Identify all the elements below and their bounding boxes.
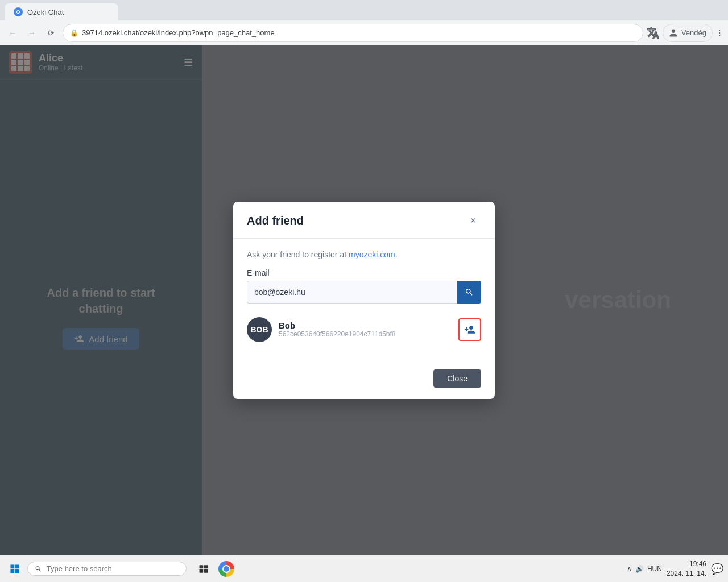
translate-button[interactable] xyxy=(647,24,659,42)
start-button[interactable] xyxy=(5,559,25,579)
result-name: Bob xyxy=(279,321,452,330)
taskbar-search[interactable] xyxy=(27,562,187,576)
modal-close-button[interactable]: × xyxy=(465,213,481,229)
menu-button[interactable]: ⋮ xyxy=(716,24,723,42)
taskbar-clock: 19:46 2024. 11. 14. xyxy=(667,559,706,579)
search-email-button[interactable] xyxy=(457,281,481,304)
email-label: E-mail xyxy=(247,268,481,277)
browser-tabs: O Ozeki Chat xyxy=(0,0,728,20)
email-input-row xyxy=(247,281,481,304)
svg-rect-0 xyxy=(11,564,15,568)
add-contact-button[interactable] xyxy=(458,318,481,341)
lock-icon: 🔒 xyxy=(70,29,78,37)
clock-time: 19:46 xyxy=(667,559,706,569)
forward-button[interactable]: → xyxy=(24,25,40,41)
myozeki-link[interactable]: myozeki.com xyxy=(349,250,395,259)
browser-tab[interactable]: O Ozeki Chat xyxy=(5,3,118,20)
taskbar-search-input[interactable] xyxy=(47,564,179,573)
tray-lang: HUN xyxy=(647,565,662,573)
tab-label: Ozeki Chat xyxy=(27,8,64,16)
profile-label: Vendég xyxy=(681,28,706,37)
modal-close-btn[interactable]: Close xyxy=(433,369,481,388)
modal-description: Ask your friend to register at myozeki.c… xyxy=(247,250,481,259)
browser-chrome: O Ozeki Chat ← → ⟳ 🔒 39714.ozeki.chat/oz… xyxy=(0,0,728,45)
result-avatar: BOB xyxy=(247,317,272,342)
taskbar: ∧ 🔊 HUN 19:46 2024. 11. 14. 💬 xyxy=(0,555,728,582)
task-view-button[interactable] xyxy=(193,559,214,579)
reload-button[interactable]: ⟳ xyxy=(43,25,59,41)
svg-rect-6 xyxy=(200,569,204,572)
tray-sound-icon[interactable]: 🔊 xyxy=(635,565,644,573)
email-input[interactable] xyxy=(247,281,457,304)
svg-rect-4 xyxy=(200,565,204,568)
chrome-taskbar-button[interactable] xyxy=(216,559,237,579)
result-id: 562ce053640f566220e1904c711d5bf8 xyxy=(279,330,452,338)
svg-rect-5 xyxy=(204,565,208,568)
main-content: Alice Online | Latest ☰ Add a friend to … xyxy=(0,45,728,555)
tray-up-icon[interactable]: ∧ xyxy=(627,565,632,573)
search-result-row: BOB Bob 562ce053640f566220e1904c711d5bf8 xyxy=(247,313,481,347)
browser-toolbar: ← → ⟳ 🔒 39714.ozeki.chat/ozeki/index.php… xyxy=(0,20,728,45)
modal-header: Add friend × xyxy=(233,202,495,239)
modal-title: Add friend xyxy=(247,214,304,227)
svg-rect-7 xyxy=(204,569,208,572)
result-info: Bob 562ce053640f566220e1904c711d5bf8 xyxy=(279,321,452,338)
clock-date: 2024. 11. 14. xyxy=(667,569,706,579)
address-text: 39714.ozeki.chat/ozeki/index.php?owpn=pa… xyxy=(82,28,636,37)
modal-overlay: Add friend × Ask your friend to register… xyxy=(0,45,728,555)
profile-button[interactable]: Vendég xyxy=(663,24,713,42)
add-friend-modal: Add friend × Ask your friend to register… xyxy=(233,202,495,399)
address-bar[interactable]: 🔒 39714.ozeki.chat/ozeki/index.php?owpn=… xyxy=(63,24,643,42)
taskbar-tray: ∧ 🔊 HUN xyxy=(627,565,662,573)
back-button[interactable]: ← xyxy=(5,25,20,41)
taskbar-right: ∧ 🔊 HUN 19:46 2024. 11. 14. 💬 xyxy=(627,559,723,579)
svg-rect-3 xyxy=(15,569,19,573)
modal-body: Ask your friend to register at myozeki.c… xyxy=(233,239,495,363)
modal-footer: Close xyxy=(233,363,495,399)
taskbar-chat-icon[interactable]: 💬 xyxy=(711,563,723,575)
svg-rect-2 xyxy=(11,569,15,573)
tab-favicon: O xyxy=(14,7,23,16)
svg-rect-1 xyxy=(15,564,19,568)
